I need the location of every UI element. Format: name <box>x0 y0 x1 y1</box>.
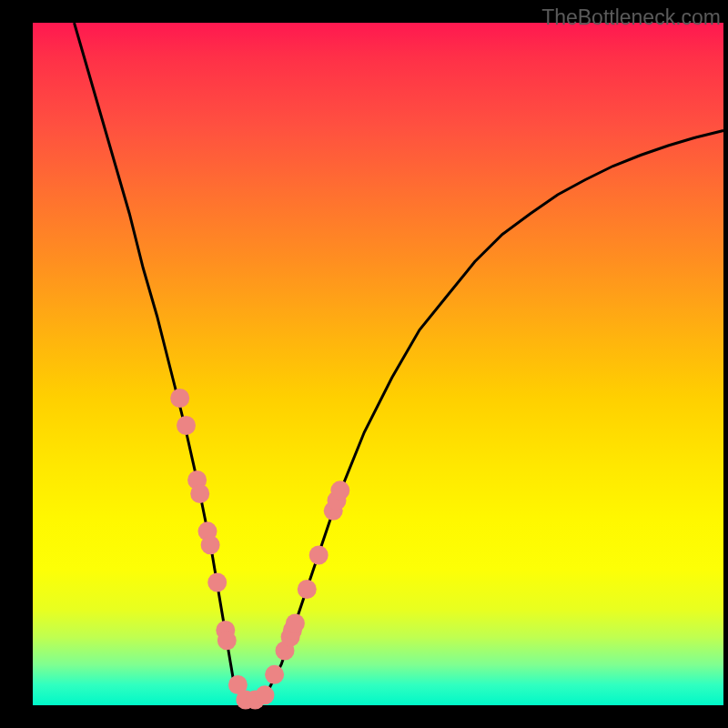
plot-background <box>33 23 723 705</box>
chart-frame: TheBottleneck.com <box>0 0 728 728</box>
watermark-text: TheBottleneck.com <box>541 5 721 30</box>
